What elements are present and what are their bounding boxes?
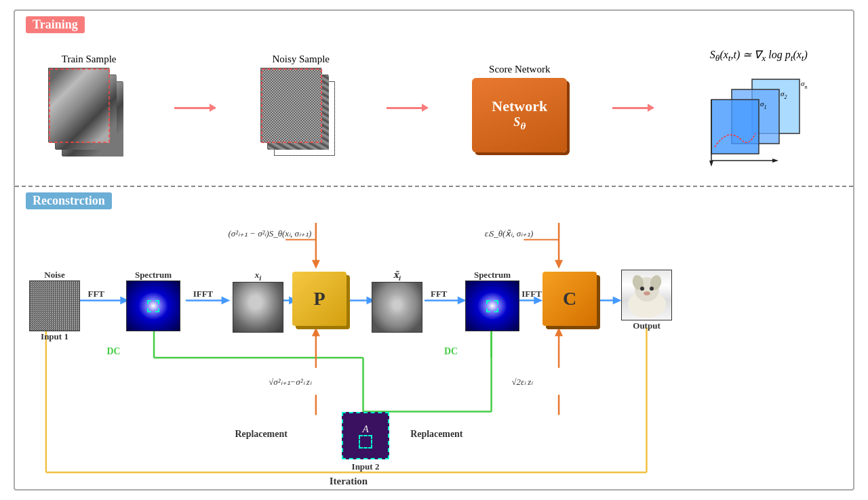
A-label: A bbox=[362, 423, 368, 435]
svg-marker-49 bbox=[555, 327, 563, 336]
overlay-svg: FFT IFFT FFT IFFT bbox=[26, 219, 842, 490]
train-dashed-outline bbox=[48, 68, 130, 163]
cube-C-box: C bbox=[542, 272, 597, 326]
svg-marker-46 bbox=[312, 327, 320, 336]
network-box: Network Sθ bbox=[472, 78, 567, 152]
network-sub: Sθ bbox=[513, 115, 526, 132]
spectrum1-img bbox=[126, 280, 180, 331]
svg-text:√σ²ᵢ₊₁−σ²ᵢ zᵢ: √σ²ᵢ₊₁−σ²ᵢ zᵢ bbox=[269, 377, 312, 387]
score-network-item: Score Network Network Sθ bbox=[472, 64, 567, 152]
noisy-sample-item: Noisy Sample bbox=[260, 54, 342, 163]
train-sample-stack bbox=[48, 68, 130, 163]
input2-box: A bbox=[342, 412, 389, 459]
input1-label: Input 1 bbox=[41, 331, 68, 342]
svg-marker-29 bbox=[534, 296, 542, 304]
svg-text:FFT: FFT bbox=[88, 289, 105, 299]
score-formula-item: Sθ(xt,t) ≃ ∇x log pt(xt) σn σ2 bbox=[698, 48, 820, 167]
svg-text:Iteration: Iteration bbox=[330, 476, 368, 486]
svg-text:IFFT: IFFT bbox=[521, 289, 542, 299]
svg-marker-14 bbox=[555, 260, 563, 269]
noise-item: Noise Input 1 bbox=[29, 270, 80, 342]
cube-P-box: P bbox=[292, 272, 347, 326]
xi-img bbox=[233, 282, 283, 333]
svg-text:FFT: FFT bbox=[431, 289, 448, 299]
main-container: Training Train Sample bbox=[14, 9, 854, 491]
svg-text:σn: σn bbox=[801, 79, 807, 90]
score-diagram-svg: σn σ2 σ1 bbox=[698, 72, 820, 167]
dog-img bbox=[621, 270, 672, 320]
noisy-sample-label: Noisy Sample bbox=[272, 54, 330, 65]
svg-point-71 bbox=[640, 287, 644, 291]
noise-img bbox=[29, 280, 80, 331]
svg-rect-0 bbox=[50, 69, 109, 142]
xi-tilde-item: x̃i bbox=[372, 270, 422, 333]
network-label: Network bbox=[492, 98, 547, 115]
noise-label: Noise bbox=[44, 270, 64, 280]
svg-marker-19 bbox=[222, 296, 231, 304]
svg-text:DC: DC bbox=[444, 346, 458, 356]
svg-text:DC: DC bbox=[106, 346, 120, 356]
recon-label: Reconstrction bbox=[26, 192, 112, 209]
svg-marker-12 bbox=[312, 260, 320, 269]
score-formula: Sθ(xt,t) ≃ ∇x log pt(xt) bbox=[710, 48, 808, 64]
spectrum1-item: Spectrum bbox=[126, 270, 180, 331]
input2-item: A Input 2 bbox=[342, 412, 389, 472]
dog-svg bbox=[622, 270, 672, 320]
output-label: Output bbox=[633, 320, 660, 331]
recon-canvas: FFT IFFT FFT IFFT bbox=[26, 219, 842, 490]
reconstruction-section: Reconstrction FFT bbox=[15, 187, 853, 495]
output-item: Output bbox=[621, 270, 672, 331]
arrow-line-3 bbox=[612, 107, 653, 109]
svg-text:Replacement: Replacement bbox=[410, 429, 463, 439]
spectrum2-label: Spectrum bbox=[474, 270, 511, 280]
svg-text:Replacement: Replacement bbox=[235, 429, 288, 439]
svg-text:εᵢS_θ(x̃ᵢ, σᵢ₊₁): εᵢS_θ(x̃ᵢ, σᵢ₊₁) bbox=[485, 228, 534, 238]
A-dashed-box bbox=[359, 435, 372, 449]
svg-text:√2εᵢ zᵢ: √2εᵢ zᵢ bbox=[511, 377, 533, 387]
xi-item: xi bbox=[233, 270, 283, 333]
xi-tilde-img bbox=[372, 282, 422, 333]
spectrum1-label: Spectrum bbox=[135, 270, 172, 280]
svg-point-72 bbox=[650, 287, 654, 291]
svg-point-73 bbox=[644, 291, 650, 295]
svg-marker-32 bbox=[613, 296, 622, 304]
spectrum2-img bbox=[465, 280, 519, 331]
train-sample-label: Train Sample bbox=[62, 54, 117, 65]
spectrum2-item: Spectrum bbox=[465, 270, 519, 331]
training-flow: Train Sample bbox=[26, 40, 842, 175]
training-label: Training bbox=[26, 16, 85, 33]
noisy-sample-stack bbox=[260, 68, 342, 163]
xi-label: xi bbox=[255, 270, 262, 282]
spectrum2-dashed bbox=[486, 300, 498, 312]
arrow-line-1 bbox=[174, 107, 215, 109]
arrow-line-2 bbox=[387, 107, 427, 109]
noisy-dashed-outline bbox=[260, 68, 342, 163]
train-sample-item: Train Sample bbox=[48, 54, 130, 163]
svg-text:(σ²ᵢ₊₁ − σ²ᵢ)S_θ(xᵢ, σᵢ₊₁): (σ²ᵢ₊₁ − σ²ᵢ)S_θ(xᵢ, σᵢ₊₁) bbox=[229, 228, 312, 238]
training-section: Training Train Sample bbox=[15, 11, 853, 187]
svg-text:IFFT: IFFT bbox=[193, 289, 214, 299]
arrow-3 bbox=[612, 107, 653, 109]
svg-marker-6 bbox=[711, 100, 759, 154]
arrow-1 bbox=[174, 107, 215, 109]
arrow-2 bbox=[387, 107, 427, 109]
score-network-label: Score Network bbox=[489, 64, 550, 75]
P-cube: P bbox=[292, 272, 347, 326]
xi-tilde-label: x̃i bbox=[393, 270, 401, 282]
input2-label: Input 2 bbox=[352, 461, 380, 472]
svg-rect-1 bbox=[262, 69, 321, 142]
spectrum1-dashed bbox=[147, 300, 159, 312]
C-cube: C bbox=[542, 272, 597, 326]
